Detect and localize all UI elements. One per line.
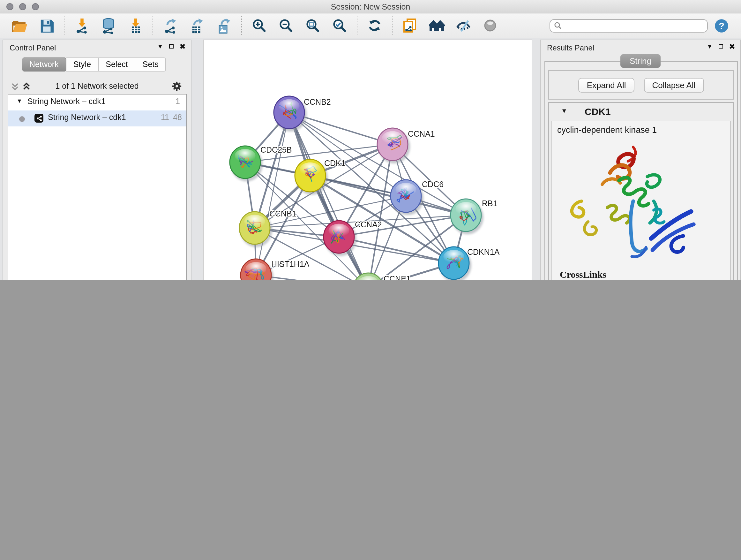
zoom-in-icon[interactable]	[250, 15, 269, 36]
collection-count: 1	[176, 97, 180, 106]
toolbar-separator	[357, 16, 357, 35]
network-collection-row[interactable]: ▼ String Network – cdk1 1	[8, 95, 186, 111]
svg-text:?: ?	[718, 20, 724, 30]
window-title: Session: New Session	[0, 2, 741, 11]
collection-label: String Network – cdk1	[27, 97, 106, 106]
zoom-fit-icon[interactable]	[303, 15, 322, 36]
first-neighbors-icon[interactable]	[400, 15, 419, 36]
refresh-icon[interactable]	[365, 15, 384, 36]
tab-string-results[interactable]: String	[620, 54, 661, 68]
tab-style[interactable]: Style	[66, 57, 99, 71]
gene-name: CDK1	[585, 106, 611, 117]
network-status-dot	[19, 116, 25, 122]
export-image-icon[interactable]	[214, 15, 233, 36]
search-input[interactable]	[549, 19, 708, 32]
control-panel-collapse-icon[interactable]: ▼	[157, 43, 163, 50]
network-node-RB1[interactable]	[451, 199, 483, 234]
main-toolbar: ?	[0, 13, 741, 38]
toolbar-separator	[152, 16, 153, 35]
node-label-RB1: RB1	[482, 199, 497, 208]
search-field[interactable]	[564, 20, 703, 30]
node-label-CCNA2: CCNA2	[355, 220, 382, 229]
zoom-out-icon[interactable]	[276, 15, 295, 36]
crosslinks-section: CrossLinks Uniprot:P06493 GeneCard:P0649…	[560, 269, 716, 280]
network-node-CCNB2[interactable]	[274, 96, 307, 132]
results-panel-title: Results Panel	[547, 44, 594, 52]
tab-network[interactable]: Network	[22, 57, 66, 71]
network-node-HIST1H1A[interactable]	[241, 259, 273, 280]
network-node-CDK1[interactable]	[295, 159, 328, 195]
network-node-CCNA1[interactable]	[377, 128, 410, 164]
results-panel-close-icon[interactable]: ✖	[729, 43, 735, 50]
help-icon[interactable]: ?	[712, 15, 731, 36]
node-label-CCNE1: CCNE1	[384, 274, 411, 280]
network-canvas[interactable]: CCNB2CCNA1CDC25BCDK1CDC6RB1CCNB1CCNA2CDK…	[203, 40, 532, 280]
collapse-all-button[interactable]: Collapse All	[644, 78, 704, 92]
collapse-all-icon[interactable]	[11, 82, 19, 91]
zoom-selected-icon[interactable]	[330, 15, 349, 36]
control-panel-float-icon[interactable]	[169, 44, 174, 49]
node-label-CDC6: CDC6	[422, 180, 444, 189]
tab-sets[interactable]: Sets	[136, 57, 166, 71]
results-panel: Results Panel ▼ ✖ String Expand All Coll…	[540, 40, 741, 280]
network-node-CDC25B[interactable]	[230, 146, 263, 181]
import-table-icon[interactable]	[126, 15, 145, 36]
application-window: Session: New Session	[0, 0, 741, 280]
export-table-icon[interactable]	[188, 15, 207, 36]
network-label: String Network – cdk1	[48, 113, 126, 122]
export-network-icon[interactable]	[161, 15, 180, 36]
network-selected-status: 1 of 1 Network selected	[35, 82, 159, 91]
show-all-icon[interactable]	[481, 15, 500, 36]
crosslinks-heading: CrossLinks	[560, 269, 716, 280]
toolbar-separator	[392, 16, 393, 35]
gene-collapse-icon[interactable]: ▼	[561, 107, 567, 114]
network-graph[interactable]: CCNB2CCNA1CDC25BCDK1CDC6RB1CCNB1CCNA2CDK…	[204, 40, 532, 280]
node-label-CDKN1A: CDKN1A	[467, 247, 500, 256]
search-icon	[554, 22, 562, 29]
results-panel-float-icon[interactable]	[719, 44, 723, 49]
save-session-icon[interactable]	[37, 15, 56, 36]
network-tree: ▼ String Network – cdk1 1 String Network…	[8, 94, 187, 280]
control-panel-title: Control Panel	[10, 44, 56, 52]
node-label-CCNA1: CCNA1	[408, 129, 435, 138]
title-bar: Session: New Session	[0, 0, 741, 13]
network-node-CDKN1A[interactable]	[439, 247, 471, 280]
network-row[interactable]: String Network – cdk1 11 48	[8, 111, 186, 126]
node-label-CCNB2: CCNB2	[304, 98, 331, 106]
tab-select[interactable]: Select	[98, 57, 136, 71]
toolbar-separator	[241, 16, 242, 35]
network-node-CCNA2[interactable]	[324, 221, 356, 256]
protein-structure-image	[557, 139, 705, 266]
node-label-CCNB1: CCNB1	[269, 209, 296, 218]
import-network-database-icon[interactable]	[99, 15, 118, 36]
collection-expand-icon[interactable]: ▼	[17, 98, 22, 104]
network-edge-count: 48	[173, 113, 182, 122]
gene-description: cyclin-dependent kinase 1	[557, 125, 657, 135]
string-app-icon	[35, 114, 44, 123]
expand-all-button[interactable]: Expand All	[579, 78, 634, 92]
control-panel: Control Panel ▼ ✖ Network Style Select S…	[3, 40, 192, 280]
open-session-icon[interactable]	[10, 15, 29, 36]
expand-all-icon[interactable]	[22, 82, 30, 91]
results-panel-collapse-icon[interactable]: ▼	[706, 43, 713, 50]
gene-card: ▼ CDK1 cyclin-dependent kinase 1	[548, 102, 734, 280]
node-label-HIST1H1A: HIST1H1A	[271, 260, 310, 268]
gene-detail: cyclin-dependent kinase 1	[551, 121, 731, 280]
import-network-file-icon[interactable]	[72, 15, 91, 36]
hide-selected-icon[interactable]	[454, 15, 473, 36]
node-label-CDK1: CDK1	[324, 159, 346, 168]
string-results-container: Expand All Collapse All ▼ CDK1 cyclin-de…	[544, 61, 738, 280]
home-icon[interactable]	[427, 15, 446, 36]
network-options-gear-icon[interactable]	[172, 81, 182, 91]
gene-card-header[interactable]: ▼ CDK1	[549, 103, 733, 121]
network-node-count: 11	[161, 113, 169, 122]
toolbar-separator	[64, 16, 64, 35]
control-panel-close-icon[interactable]: ✖	[179, 43, 186, 50]
node-label-CDC25B: CDC25B	[260, 145, 292, 154]
